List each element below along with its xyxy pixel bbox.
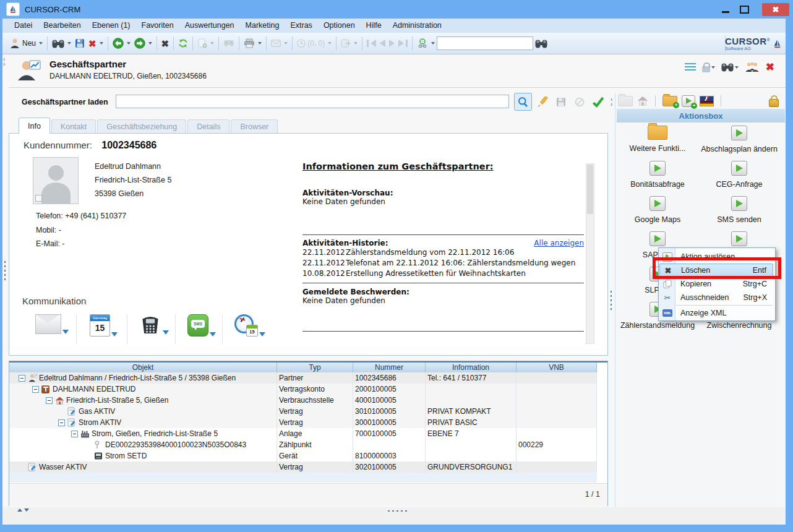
infobox-scrollbar[interactable] <box>586 163 594 344</box>
tab-browser[interactable]: Browser <box>231 119 278 134</box>
new-document-button[interactable] <box>195 35 216 52</box>
table-row-vertragskonto[interactable]: DAHLMANN EDELTRUD Vertragskonto 20001000… <box>9 384 597 395</box>
history-row[interactable]: 22.11.2012 Telefonat am 22.11.2012 16:06… <box>302 258 584 268</box>
nav-first-button[interactable] <box>365 35 378 52</box>
close-record-icon[interactable] <box>766 62 774 72</box>
language-flag-icon[interactable] <box>700 96 714 106</box>
action-ceg-anfrage[interactable]: CEG-Anfrage <box>698 161 780 189</box>
quick-search-go-button[interactable] <box>533 35 549 52</box>
menu-favoriten[interactable]: Favoriten <box>136 19 179 33</box>
minimize-button[interactable] <box>716 2 735 16</box>
cancel-button[interactable] <box>160 35 171 52</box>
close-button[interactable] <box>762 3 789 16</box>
sidebar-splitter[interactable] <box>610 290 612 311</box>
action-sms-senden[interactable]: SMS senden <box>698 196 780 224</box>
tree-expander[interactable] <box>58 419 65 426</box>
timer-button[interactable]: (0, 0) <box>295 35 333 52</box>
menu-item-anzeige-xml[interactable]: XML Anzeige XML <box>659 306 773 320</box>
save-button[interactable] <box>73 35 87 52</box>
maximize-button[interactable] <box>735 2 753 16</box>
tab-geschaeftsbeziehung[interactable]: Geschäftsbeziehung <box>97 119 186 134</box>
tree-expander[interactable] <box>71 431 78 437</box>
refresh-button[interactable] <box>176 35 190 52</box>
email-channel-button[interactable] <box>35 314 69 334</box>
cancel-edit-button[interactable] <box>571 93 588 110</box>
nav-next-button[interactable] <box>387 35 396 52</box>
add-action-button[interactable] <box>682 95 695 107</box>
add-folder-button[interactable] <box>662 96 677 106</box>
column-header-typ[interactable]: Typ <box>277 363 353 372</box>
alle-anzeigen-link[interactable]: Alle anzeigen <box>534 239 584 247</box>
table-row-gas-vertrag[interactable]: Gas AKTIV Vertrag 3010100005 PRIVAT KOMP… <box>9 406 597 417</box>
menu-administration[interactable]: Administration <box>387 19 447 33</box>
nav-last-button[interactable] <box>396 35 409 52</box>
tab-details[interactable]: Details <box>187 119 229 134</box>
search-button[interactable] <box>50 35 73 52</box>
menu-optionen[interactable]: Optionen <box>318 19 361 33</box>
action-weitere-funktionen[interactable]: Weitere Funkti... <box>617 126 698 153</box>
tab-info[interactable]: Info <box>19 118 50 134</box>
contact-photo[interactable] <box>33 157 79 204</box>
new-button[interactable]: Neu <box>7 35 45 52</box>
menu-ebenen[interactable]: Ebenen (1) <box>87 19 136 33</box>
tree-expander[interactable] <box>32 386 39 393</box>
list-menu-icon[interactable] <box>685 63 696 71</box>
menu-datei[interactable]: Datei <box>9 19 38 33</box>
history-row[interactable]: 10.08.2012 Erstellung Adressetiketten fü… <box>302 268 584 279</box>
action-abschlagsplan-aendern[interactable]: Abschlagsplan ändern <box>698 126 780 153</box>
menu-bearbeiten[interactable]: Bearbeiten <box>38 19 86 33</box>
quick-search-input[interactable] <box>437 36 533 50</box>
mail-button[interactable] <box>269 35 289 52</box>
tab-kontakt[interactable]: Kontakt <box>51 119 96 134</box>
tree-expander[interactable] <box>46 397 53 404</box>
left-splitter[interactable] <box>4 260 6 281</box>
loader-collapse-handle[interactable]: ‹› <box>611 97 612 107</box>
menu-item-kopieren[interactable]: Kopieren Strg+C <box>659 277 773 291</box>
action-bonitaetsabfrage[interactable]: Bonitätsabfrage <box>617 161 698 189</box>
folder-restore-icon[interactable] <box>618 96 633 106</box>
table-row-strom-vertrag[interactable]: Strom AKTIV Vertrag 3000100005 PRIVAT BA… <box>9 417 597 428</box>
loader-input[interactable] <box>116 95 509 108</box>
person-search-button[interactable] <box>415 35 437 52</box>
home-button-icon[interactable] <box>637 96 648 106</box>
action-google-maps[interactable]: Google Maps <box>617 196 698 224</box>
panel-collapse-handle[interactable]: ‹› <box>3 57 5 67</box>
padlock-icon[interactable] <box>769 99 779 107</box>
table-row-zaehlpunkt[interactable]: DE000229353984000100023N5035O0843 Zählpu… <box>9 439 597 450</box>
save-record-button[interactable] <box>552 93 569 110</box>
column-header-vnb[interactable]: VNB <box>517 363 597 372</box>
menu-item-ausschneiden[interactable]: Ausschneiden Strg+X <box>659 291 773 304</box>
back-button[interactable] <box>111 35 132 52</box>
menu-auswertungen[interactable]: Auswertungen <box>179 19 240 33</box>
history-row[interactable]: 22.11.2012 Zählerstandsmeldung vom 22.11… <box>302 247 584 258</box>
print-button[interactable] <box>242 35 264 52</box>
nav-prev-button[interactable] <box>378 35 387 52</box>
column-header-information[interactable]: Information <box>426 363 517 372</box>
people-icon[interactable] <box>745 62 760 72</box>
calendar-channel-button[interactable]: Samstag 15 <box>90 314 118 337</box>
menu-marketing[interactable]: Marketing <box>240 19 285 33</box>
table-row-wasser-vertrag[interactable]: Wasser AKTIV Vertrag 3020100005 GRUNDVER… <box>9 461 597 473</box>
phone-channel-button[interactable] <box>139 314 169 335</box>
menu-hilfe[interactable]: Hilfe <box>361 19 387 33</box>
confirm-button[interactable] <box>589 93 606 110</box>
reminder-channel-button[interactable]: 15 <box>234 314 265 337</box>
load-search-button[interactable] <box>514 93 532 111</box>
table-row-verbrauchsstelle[interactable]: Friedrich-List-Straße 5, Gießen Verbrauc… <box>9 395 597 406</box>
column-header-nummer[interactable]: Nummer <box>353 363 426 372</box>
edit-button[interactable] <box>534 93 551 110</box>
table-row-geraet[interactable]: Strom SETD Gerät 8100000003 <box>9 450 597 461</box>
delete-button[interactable] <box>87 35 105 52</box>
menu-extras[interactable]: Extras <box>285 19 317 33</box>
table-row-anlage[interactable]: Strom, Gießen, Friedrich-List-Straße 5 A… <box>9 428 597 439</box>
record-search-button[interactable] <box>721 62 739 72</box>
tree-expander[interactable] <box>19 375 25 382</box>
panel-resize-handle[interactable] <box>17 508 29 512</box>
table-row-partner[interactable]: Edeltrud Dahlmann / Friedrich-List-Straß… <box>9 372 597 384</box>
export-button[interactable] <box>339 35 359 52</box>
column-header-objekt[interactable]: Objekt <box>9 363 277 372</box>
bottom-splitter[interactable] <box>387 510 408 512</box>
forward-button[interactable] <box>132 35 154 52</box>
lock-button[interactable] <box>702 62 715 72</box>
sms-channel-button[interactable]: SMS <box>187 314 216 337</box>
